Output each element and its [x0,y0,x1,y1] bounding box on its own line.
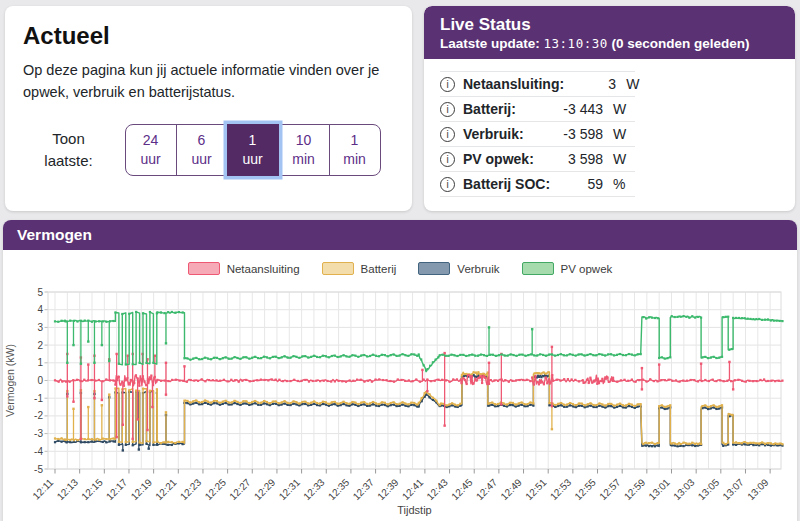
series-netaansluiting [54,346,784,440]
page-title: Actueel [23,22,394,50]
svg-text:13:01: 13:01 [646,476,672,502]
svg-text:13:07: 13:07 [720,476,746,502]
legend-swatch [188,262,220,275]
legend-swatch [522,262,554,275]
legend-label: PV opwek [561,263,613,275]
svg-text:12:17: 12:17 [104,476,130,502]
svg-text:-5: -5 [34,464,43,475]
svg-text:12:59: 12:59 [622,476,648,502]
info-icon[interactable]: i [440,177,455,192]
last-update-ago: (0 seconden geleden) [612,36,750,51]
chart-body: NetaansluitingBatterijVerbruikPV opwek -… [3,250,797,521]
top-row: Actueel Op deze pagina kun jij actuele i… [0,0,800,211]
legend-label: Netaansluiting [227,263,300,275]
energy-dashboard-page: { "left_card": { "title": "Actueel", "de… [0,0,800,521]
range-selector-label: Toon laatste: [37,128,101,172]
svg-text:12:33: 12:33 [301,476,327,502]
svg-text:12:49: 12:49 [498,476,524,502]
info-icon[interactable]: i [440,102,455,117]
vermogen-card: Vermogen NetaansluitingBatterijVerbruikP… [3,220,797,521]
svg-text:12:35: 12:35 [326,476,352,502]
live-status-title: Live Status [440,15,779,35]
legend-item-batterij[interactable]: Batterij [322,262,397,275]
legend-swatch [418,262,450,275]
legend-item-verbruik[interactable]: Verbruik [418,262,499,275]
chart-legend: NetaansluitingBatterijVerbruikPV opwek [3,262,797,275]
svg-text:12:39: 12:39 [375,476,401,502]
svg-text:12:23: 12:23 [178,476,204,502]
range-selector-row: Toon laatste: 24uur 6uur 1uur 10min 1min [23,124,394,176]
svg-text:-4: -4 [34,446,43,457]
svg-text:12:21: 12:21 [153,476,179,502]
svg-text:12:53: 12:53 [548,476,574,502]
legend-label: Verbruik [457,263,499,275]
info-icon[interactable]: i [440,127,455,142]
svg-text:12:41: 12:41 [400,476,426,502]
svg-text:12:51: 12:51 [523,476,549,502]
svg-text:12:43: 12:43 [424,476,450,502]
svg-text:12:29: 12:29 [252,476,278,502]
svg-text:12:31: 12:31 [277,476,303,502]
range-button-10-min[interactable]: 10min [278,124,330,176]
svg-text:12:25: 12:25 [203,476,229,502]
svg-text:13:05: 13:05 [696,476,722,502]
series-batterij [54,371,784,445]
svg-text:13:03: 13:03 [671,476,697,502]
svg-text:-2: -2 [34,410,43,421]
svg-text:5: 5 [37,287,43,298]
range-button-1-uur[interactable]: 1uur [227,124,279,176]
status-row-batterij-soc: i Batterij SOC: 59 % [440,172,635,197]
svg-text:2: 2 [37,340,43,351]
legend-item-netaansluiting[interactable]: Netaansluiting [188,262,300,275]
info-icon[interactable]: i [440,152,455,167]
actueel-card: Actueel Op deze pagina kun jij actuele i… [5,6,412,211]
last-update-time: 13:10:30 [544,36,608,51]
live-status-card: Live Status Laatste update: 13:10:30 (0 … [424,6,795,211]
legend-item-pv-opwek[interactable]: PV opwek [522,262,613,275]
legend-label: Batterij [361,263,397,275]
svg-text:3: 3 [37,322,43,333]
svg-text:1: 1 [37,357,43,368]
svg-text:12:19: 12:19 [129,476,155,502]
svg-text:12:37: 12:37 [351,476,377,502]
last-update-line: Laatste update: 13:10:30 (0 seconden gel… [440,36,779,51]
svg-text:12:57: 12:57 [597,476,623,502]
svg-text:12:45: 12:45 [449,476,475,502]
svg-text:12:55: 12:55 [572,476,598,502]
svg-text:12:11: 12:11 [30,476,55,501]
live-status-table: i Netaansluiting: 3 W i Batterij: -3 443… [440,71,635,197]
live-status-body: i Netaansluiting: 3 W i Batterij: -3 443… [424,59,795,211]
svg-text:13:09: 13:09 [745,476,771,502]
svg-text:12:15: 12:15 [79,476,105,502]
legend-swatch [322,262,354,275]
vermogen-title: Vermogen [17,226,783,244]
power-line-chart[interactable]: -5-4-3-2-101234512:1112:1312:1512:1712:1… [3,252,797,521]
svg-text:4: 4 [37,304,43,315]
svg-text:12:47: 12:47 [474,476,500,502]
svg-text:-3: -3 [34,428,43,439]
range-button-group: 24uur 6uur 1uur 10min 1min [125,124,381,176]
svg-text:12:13: 12:13 [55,476,81,502]
svg-text:Vermogen (kW): Vermogen (kW) [4,344,16,417]
range-button-1-min[interactable]: 1min [329,124,381,176]
status-row-verbruik: i Verbruik: -3 598 W [440,122,635,147]
svg-text:Tijdstip: Tijdstip [397,504,431,516]
live-status-header: Live Status Laatste update: 13:10:30 (0 … [424,6,795,59]
vermogen-header: Vermogen [3,220,797,250]
svg-text:0: 0 [37,375,43,386]
page-description: Op deze pagina kun jij actuele informati… [23,60,394,104]
range-button-24-uur[interactable]: 24uur [125,124,177,176]
status-row-netaansluiting: i Netaansluiting: 3 W [440,71,635,97]
status-row-batterij: i Batterij: -3 443 W [440,97,635,122]
svg-text:12:27: 12:27 [227,476,253,502]
status-row-pv-opwek: i PV opwek: 3 598 W [440,147,635,172]
svg-text:-1: -1 [34,393,43,404]
range-button-6-uur[interactable]: 6uur [176,124,228,176]
info-icon[interactable]: i [440,77,455,92]
series-verbruik [54,374,784,451]
